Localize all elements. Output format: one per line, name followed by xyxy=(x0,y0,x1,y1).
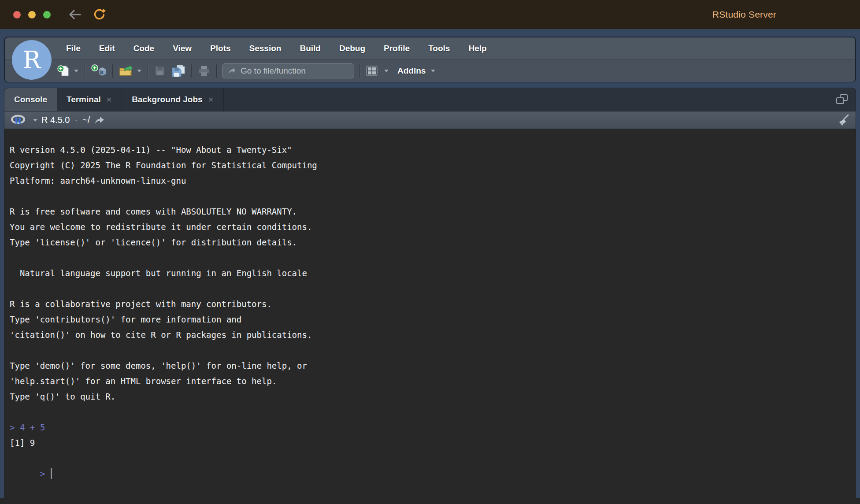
tab-terminal[interactable]: Terminal ✕ xyxy=(57,88,122,111)
new-file-dropdown-caret[interactable] xyxy=(74,70,78,72)
addins-button[interactable]: Addins xyxy=(397,66,426,76)
zoom-window-button[interactable] xyxy=(43,11,51,19)
goto-working-directory-icon[interactable] xyxy=(94,115,106,125)
console-line: Type 'demo()' for some demos, 'help()' f… xyxy=(10,358,856,374)
console-header-bar: R R 4.5.0 · ~/ xyxy=(4,111,856,129)
window-controls xyxy=(13,11,51,19)
toolbar-separator xyxy=(360,64,360,78)
toolbar-separator xyxy=(148,64,148,78)
console-line xyxy=(10,343,856,358)
console-line: R is free software and comes with ABSOLU… xyxy=(10,204,856,219)
console-line xyxy=(10,189,856,204)
console-line: Platform: aarch64-unknown-linux-gnu xyxy=(10,173,856,189)
new-project-button[interactable]: R xyxy=(89,64,109,78)
addins-dropdown-caret[interactable] xyxy=(431,70,435,72)
save-all-button[interactable] xyxy=(168,64,188,78)
console-prompt-line[interactable]: > xyxy=(10,451,856,466)
menu-edit[interactable]: Edit xyxy=(90,37,124,59)
panes-dropdown-caret[interactable] xyxy=(384,70,389,72)
rstudio-logo-avatar: R xyxy=(12,40,52,80)
separator-dot: · xyxy=(74,115,78,125)
toolbar-separator xyxy=(191,64,192,78)
tab-terminal-label: Terminal xyxy=(67,95,101,104)
console-tab-bar: Console Terminal ✕ Background Jobs ✕ xyxy=(4,88,856,111)
menu-bar: File Edit Code View Plots Session Build … xyxy=(5,37,855,59)
clear-console-button[interactable] xyxy=(836,111,849,129)
console-line: 'help.start()' for an HTML browser inter… xyxy=(10,374,856,389)
tab-background-jobs[interactable]: Background Jobs ✕ xyxy=(122,88,224,111)
menu-build[interactable]: Build xyxy=(290,37,330,59)
toolbar-separator xyxy=(112,64,113,78)
rstudio-logo-letter: R xyxy=(23,46,41,74)
console-line: You are welcome to redistribute it under… xyxy=(10,219,856,235)
refresh-icon xyxy=(92,7,106,22)
menu-session[interactable]: Session xyxy=(240,37,291,59)
console-panel: Console Terminal ✕ Background Jobs ✕ R R… xyxy=(4,88,856,504)
save-button[interactable] xyxy=(152,65,168,77)
console-line: R version 4.5.0 (2025-04-11) -- "How Abo… xyxy=(10,142,856,158)
minimize-window-button[interactable] xyxy=(28,11,36,19)
panes-layout-button[interactable] xyxy=(363,66,391,76)
new-project-icon: R xyxy=(91,64,106,78)
r-logo-icon[interactable]: R xyxy=(11,114,27,126)
console-line: Type 'q()' to quit R. xyxy=(10,389,856,404)
open-file-dropdown-caret[interactable] xyxy=(137,70,141,72)
menu-view[interactable]: View xyxy=(163,37,201,59)
menu-help[interactable]: Help xyxy=(459,37,496,59)
maximize-pane-button[interactable] xyxy=(835,88,849,111)
console-line: 'citation()' on how to cite R or R packa… xyxy=(10,327,856,343)
new-file-button[interactable] xyxy=(54,64,81,78)
maximize-pane-icon xyxy=(835,94,849,105)
menu-code[interactable]: Code xyxy=(124,37,164,59)
tab-terminal-close-icon[interactable]: ✕ xyxy=(106,96,112,104)
goto-file-function-input[interactable] xyxy=(241,66,348,76)
goto-file-function-box[interactable] xyxy=(222,63,354,78)
print-icon xyxy=(198,65,210,77)
open-file-button[interactable] xyxy=(116,65,144,77)
goto-arrow-icon xyxy=(228,66,236,76)
print-button[interactable] xyxy=(195,65,213,77)
toolbar-separator xyxy=(216,64,217,78)
tab-console[interactable]: Console xyxy=(4,88,57,111)
svg-text:R: R xyxy=(14,115,22,126)
r-version-label[interactable]: R 4.5.0 xyxy=(41,115,70,125)
save-all-icon xyxy=(171,64,185,78)
tab-background-jobs-close-icon[interactable]: ✕ xyxy=(208,96,214,104)
tab-console-label: Console xyxy=(14,95,47,104)
text-cursor xyxy=(51,468,52,479)
menu-file[interactable]: File xyxy=(57,37,90,59)
open-folder-icon xyxy=(119,65,133,77)
menu-debug[interactable]: Debug xyxy=(330,37,374,59)
menu-profile[interactable]: Profile xyxy=(374,37,419,59)
window-titlebar: RStudio Server xyxy=(0,0,860,29)
r-version-dropdown-caret[interactable] xyxy=(33,119,37,122)
window-title: RStudio Server xyxy=(712,0,776,29)
menu-plots[interactable]: Plots xyxy=(201,37,240,59)
console-line: Type 'license()' or 'licence()' for dist… xyxy=(10,235,856,250)
console-result-line: [1] 9 xyxy=(10,435,856,451)
back-button[interactable] xyxy=(67,7,82,22)
main-menu-panel: R File Edit Code View Plots Session Buil… xyxy=(4,37,856,82)
console-line: Copyright (C) 2025 The R Foundation for … xyxy=(10,158,856,173)
console-line xyxy=(10,281,856,296)
console-line xyxy=(10,250,856,266)
broom-icon xyxy=(836,114,849,127)
new-file-icon xyxy=(57,64,70,78)
refresh-button[interactable] xyxy=(92,7,106,22)
back-arrow-icon xyxy=(67,7,82,22)
menu-tools[interactable]: Tools xyxy=(419,37,459,59)
console-line: R is a collaborative project with many c… xyxy=(10,296,856,312)
console-line: Natural language support but running in … xyxy=(10,266,856,281)
working-directory-label[interactable]: ~/ xyxy=(82,115,90,125)
console-input-line: > 4 + 5 xyxy=(10,420,856,435)
console-output[interactable]: R version 4.5.0 (2025-04-11) -- "How Abo… xyxy=(4,129,856,504)
save-icon xyxy=(154,65,166,77)
close-window-button[interactable] xyxy=(13,11,21,19)
svg-text:R: R xyxy=(100,70,104,75)
tab-background-jobs-label: Background Jobs xyxy=(132,95,202,104)
console-prompt: > xyxy=(40,469,45,478)
console-line xyxy=(10,404,856,420)
panes-grid-icon xyxy=(366,66,378,76)
console-line: Type 'contributors()' for more informati… xyxy=(10,312,856,327)
toolbar: R xyxy=(5,59,855,82)
